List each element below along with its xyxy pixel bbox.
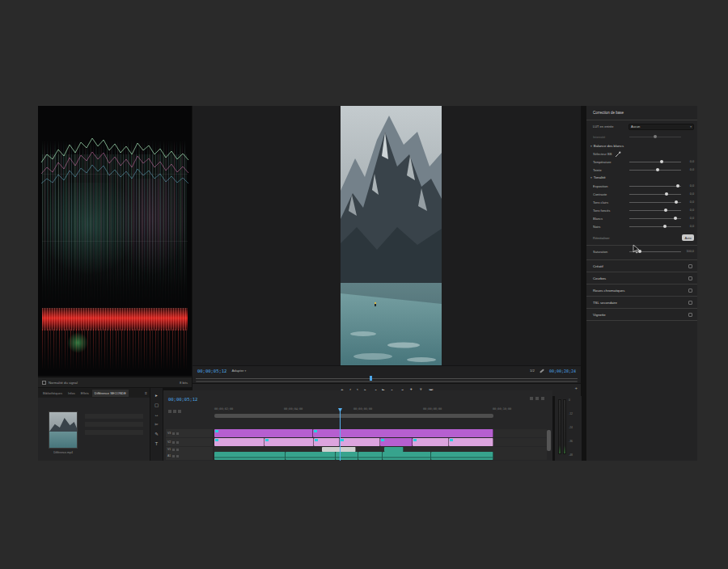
white-balance-header[interactable]: ▾ Balance des blancs [590,142,694,150]
project-list-row[interactable] [85,422,143,427]
slider-handle[interactable] [674,217,677,220]
scrubber-track[interactable] [196,378,578,379]
scope-bit-depth-label[interactable]: 8 bits [180,381,188,385]
tab-sequence[interactable]: Différence SECONDE [92,390,129,397]
timeline-clip[interactable]: Calque d' [413,438,449,446]
slider-track[interactable] [629,137,681,137]
timeline-clip[interactable]: Calque d'effets [340,438,380,446]
timeline-clip[interactable]: Calque d'effets [449,438,493,446]
section-curves[interactable]: Courbes [586,272,697,284]
pen-tool[interactable]: ✎ [154,432,159,437]
timeline-clip[interactable]: AMB_GLACE_02.wav [383,452,431,460]
basic-correction-section-title[interactable]: Correction de base [593,111,624,115]
scope-mode-label[interactable]: Normalité du signal [49,381,78,385]
selection-tool[interactable]: ▸ [155,393,158,398]
section-vignette[interactable]: Vignette [586,308,697,320]
button-editor-plus[interactable]: + [574,386,578,390]
slider-handle[interactable] [676,184,679,188]
slider-handle[interactable] [654,135,657,138]
auto-button[interactable]: Auto [682,234,694,241]
program-timecode[interactable]: 00;00;05;12 [197,369,226,373]
timeline-clip[interactable]: Calque d'effets [214,438,265,446]
tab-info[interactable]: Infos [66,390,78,397]
tab-libraries[interactable]: Bibliothèques [40,390,65,397]
track-select-tool[interactable]: ▢ [154,403,159,408]
section-hsl-secondary[interactable]: TSL secondaire [586,296,697,308]
panel-menu-icon[interactable]: ≡ [145,390,147,395]
timeline-clip[interactable]: Calque d'e [380,438,413,446]
disclosure-triangle-icon[interactable]: ▾ [590,176,592,179]
track-header-v3[interactable]: V3 [166,429,213,437]
scrubber-zoom-bar[interactable] [196,381,578,382]
zoom-level-dropdown[interactable]: Adapter ▾ [231,369,246,373]
ripple-edit-tool[interactable]: ↔ [154,412,159,418]
fx-badge-icon [413,439,417,441]
slider-handle[interactable] [656,168,659,171]
tab-effects[interactable]: Effets [78,390,91,397]
track-toggle-icon[interactable] [176,449,179,451]
timeline-clip[interactable]: AMB_ICESTORM_03.wav [431,452,493,460]
section-checkbox[interactable] [688,289,692,293]
section-color-wheels[interactable]: Roues chromatiques [586,284,697,296]
track-toggle-icon[interactable] [172,441,175,444]
tone-header[interactable]: ▾ Tonalité [590,174,694,181]
clip-name-label[interactable]: Différence.mp4 [40,451,87,454]
slider-handle[interactable] [663,225,667,228]
slider-handle[interactable] [664,209,667,212]
timeline-clip[interactable]: Calque d'effets [214,429,313,437]
section-creative[interactable]: Créatif [586,259,697,272]
slider-track[interactable] [629,162,681,162]
section-checkbox[interactable] [688,313,692,317]
clip-label: Calque d'effets [220,436,239,437]
clip-thumbnail[interactable] [49,412,77,448]
section-label: Vignette [593,313,606,317]
slider-track[interactable] [629,170,681,171]
track-toggle-icon[interactable] [176,441,179,444]
section-checkbox[interactable] [688,301,692,305]
playback-resolution-dropdown[interactable]: 1/2 [530,369,535,373]
slider-track[interactable] [629,194,681,195]
track-toggle-icon[interactable] [176,432,179,435]
timeline-playhead[interactable] [340,408,341,461]
track-toggle-icon[interactable] [172,455,175,457]
track-header-v2[interactable]: V2 [166,438,213,446]
meter-tick: -36 [569,440,573,443]
disclosure-triangle-icon[interactable]: ▾ [590,145,592,148]
audio-meters-panel: 0-12-24-36-48 [555,396,582,461]
timeline-clip[interactable]: CRAQ.wav [358,452,383,460]
track-toggle-icon[interactable] [172,449,175,451]
section-checkbox[interactable] [688,276,692,280]
timeline-clip[interactable]: Calque [314,438,340,446]
razor-tool[interactable]: ✂ [154,422,159,428]
section-label: Créatif [593,264,603,268]
slider-label: Saturation [593,250,627,254]
section-label: TSL secondaire [593,301,617,305]
eyedropper-icon[interactable] [615,151,621,158]
settings-wrench-icon[interactable] [540,369,544,373]
track-toggle-icon[interactable] [172,432,175,435]
slider-handle[interactable] [665,192,668,196]
timeline-vertical-scrollbar[interactable] [547,430,551,451]
clip-label: CRAQ.wav [360,458,374,460]
program-scrubber[interactable] [193,375,581,382]
reset-button[interactable]: Réinitialiser [593,236,610,240]
project-list-row[interactable] [85,430,143,435]
project-list-row[interactable] [85,414,143,419]
type-tool[interactable]: T [155,441,158,447]
slider-track[interactable] [629,218,681,219]
chevron-down-icon: ▾ [690,125,692,129]
slider-track[interactable] [629,226,681,227]
scope-settings-icon[interactable] [42,381,46,385]
slider-track[interactable] [629,202,681,203]
track-toggle-icon[interactable] [176,455,179,457]
track-header-a1[interactable]: A1 [166,452,213,460]
slider-handle[interactable] [660,160,663,163]
slider-track[interactable] [629,186,681,187]
timeline-clip[interactable]: Ambiance mer.wav [286,452,336,460]
timeline-clip[interactable]: AMB_ICEBERG_GLACE.wav [214,452,286,460]
input-lut-dropdown[interactable]: Aucun ▾ [629,124,694,130]
timeline-clip[interactable]: Calque d'effets [265,438,314,446]
slider-track[interactable] [629,210,681,211]
slider-handle[interactable] [675,200,678,204]
section-checkbox[interactable] [688,264,692,268]
